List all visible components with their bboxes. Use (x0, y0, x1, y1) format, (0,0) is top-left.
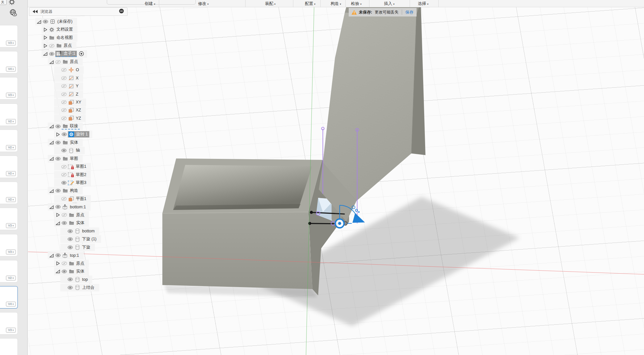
version-card[interactable]: V2 ▾ (0, 156, 17, 178)
browser-panel-header[interactable]: 浏览器 (29, 7, 128, 16)
expand-open-icon[interactable] (49, 124, 54, 128)
expand-open-icon[interactable] (43, 52, 48, 56)
expand-open-icon[interactable] (55, 221, 61, 225)
expand-closed-icon[interactable] (55, 213, 61, 217)
tree-row-xy[interactable]: XY (54, 99, 86, 106)
tree-row-bottom[interactable]: bottom (60, 227, 99, 235)
expand-open-icon[interactable] (36, 20, 42, 24)
viewport-canvas[interactable] (28, 7, 644, 355)
expand-closed-icon[interactable] (43, 28, 48, 32)
version-card[interactable]: V3 ▾ (0, 25, 17, 47)
tree-row--1-[interactable]: 下旋 (1) (60, 235, 101, 243)
visibility-eye-icon[interactable] (67, 229, 74, 233)
tree-row--[interactable]: 轴 (54, 147, 85, 154)
expand-open-icon[interactable] (55, 269, 61, 273)
version-card[interactable]: V3 ▾ (0, 234, 17, 256)
version-card[interactable]: V3 ▾ (0, 312, 17, 334)
remove-panel-icon[interactable] (119, 9, 124, 15)
menu-1[interactable]: 创建▾ (143, 0, 157, 7)
document-tab[interactable]: 关 (0, 0, 7, 5)
visibility-eye-icon[interactable] (61, 261, 68, 265)
tree-row--[interactable]: 构造 (48, 187, 83, 194)
version-badge[interactable]: V3 ▾ (6, 328, 16, 333)
expand-closed-icon[interactable] (43, 44, 48, 48)
visibility-eye-icon[interactable] (67, 246, 74, 249)
visibility-eye-icon[interactable] (61, 213, 68, 217)
version-badge[interactable]: V3 ▾ (6, 93, 16, 98)
version-card[interactable]: V4 ▾ (0, 51, 17, 73)
expand-open-icon[interactable] (49, 253, 54, 257)
version-badge[interactable]: V2 ▾ (6, 145, 16, 150)
expand-open-icon[interactable] (49, 60, 54, 64)
visibility-eye-icon[interactable] (54, 253, 62, 257)
tree-row-z[interactable]: Z (54, 90, 83, 98)
tree-row-y[interactable]: Y (54, 82, 83, 90)
visibility-eye-icon[interactable] (67, 237, 74, 241)
gear-icon[interactable] (8, 0, 16, 5)
visibility-eye-icon[interactable] (60, 108, 68, 112)
tree-row--[interactable]: 原点 (42, 42, 76, 49)
expand-closed-icon[interactable] (55, 261, 61, 265)
visibility-eye-icon[interactable] (60, 84, 68, 88)
version-card[interactable]: V2 ▾ (0, 104, 17, 126)
menu-4[interactable]: 配置▾ (303, 0, 317, 7)
tree-row-top-1[interactable]: top:1 (48, 251, 84, 259)
collapse-panel-icon[interactable] (33, 10, 38, 13)
version-badge[interactable]: V2 ▾ (6, 119, 16, 124)
version-badge[interactable]: V4 ▾ (6, 67, 16, 72)
tree-row--[interactable]: 文档设置 (42, 26, 77, 33)
visibility-eye-icon[interactable] (61, 221, 68, 225)
tree-row--3[interactable]: 草图3 (54, 179, 91, 187)
visibility-eye-icon[interactable] (60, 68, 68, 72)
version-badge[interactable]: V2 ▾ (6, 276, 16, 281)
visibility-eye-icon[interactable] (60, 149, 68, 152)
version-card[interactable] (0, 339, 17, 355)
visibility-eye-icon[interactable] (60, 100, 68, 104)
visibility-eye-icon[interactable] (67, 286, 74, 289)
version-card[interactable]: V3 ▾ (0, 77, 17, 99)
visibility-eye-icon[interactable] (54, 157, 62, 161)
tree-row--1[interactable]: 盒子:1 (42, 50, 87, 58)
visibility-eye-icon[interactable] (61, 270, 68, 273)
menu-5[interactable]: 构造▾ (329, 0, 343, 7)
visibility-eye-icon[interactable] (54, 125, 62, 128)
tree-row-top[interactable]: top (60, 276, 92, 283)
rotate-arrow-handle[interactable] (352, 213, 365, 223)
tree-row-xz[interactable]: XZ (54, 106, 86, 114)
version-badge[interactable]: V3 ▾ (6, 41, 16, 45)
expand-open-icon[interactable] (49, 140, 54, 144)
tree-row--[interactable]: 实体 (54, 219, 89, 227)
tree-row-bottom-1[interactable]: bottom:1 (48, 203, 91, 211)
visibility-eye-icon[interactable] (67, 278, 74, 281)
tree-row--2[interactable]: 草图2 (54, 171, 91, 179)
save-button[interactable]: 保存 (405, 10, 413, 15)
expand-open-icon[interactable] (49, 189, 54, 193)
visibility-eye-icon[interactable] (60, 92, 68, 96)
version-badge[interactable]: V3 ▾ (6, 250, 16, 254)
tree-row--[interactable]: 实体 (54, 268, 89, 275)
tree-row--1[interactable]: 平面1 (54, 195, 91, 203)
visibility-eye-icon[interactable] (48, 44, 55, 48)
menu-8[interactable]: 选择▾ (416, 0, 430, 7)
tree-row--1[interactable]: 草图1 (54, 163, 91, 170)
expand-open-icon[interactable] (49, 205, 54, 209)
visibility-eye-icon[interactable] (60, 197, 68, 201)
tree-row-x[interactable]: X (54, 74, 83, 82)
activate-component-radio[interactable] (79, 51, 84, 56)
visibility-eye-icon[interactable] (61, 133, 68, 136)
visibility-eye-icon[interactable] (60, 116, 68, 120)
visibility-eye-icon[interactable] (48, 52, 55, 56)
tree-row--[interactable]: 原点 (54, 260, 89, 267)
visibility-eye-icon[interactable] (54, 205, 62, 209)
expand-open-icon[interactable] (49, 157, 54, 161)
version-badge[interactable]: V2 ▾ (6, 197, 16, 202)
version-card[interactable]: V3 ▾ (0, 208, 17, 230)
visibility-eye-icon[interactable] (54, 141, 62, 144)
tree-row--[interactable]: (未保存) (35, 18, 77, 25)
visibility-eye-icon[interactable] (54, 60, 62, 64)
expand-closed-icon[interactable] (43, 36, 48, 40)
rotate-manipulator[interactable] (335, 205, 365, 228)
version-badge[interactable]: V4 ▾ (6, 302, 16, 307)
tree-row--[interactable]: 草图 (48, 155, 83, 163)
version-card[interactable]: V2 ▾ (0, 260, 17, 282)
